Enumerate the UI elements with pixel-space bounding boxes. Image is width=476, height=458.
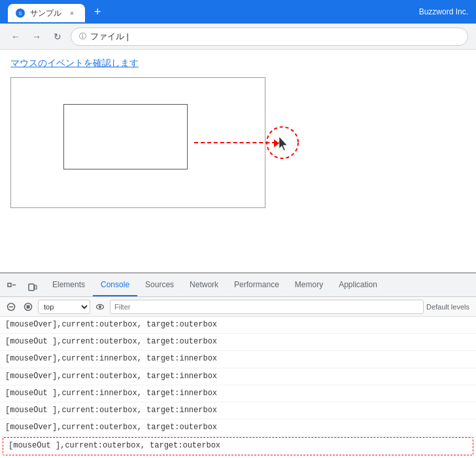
console-prompt[interactable]: >: [0, 456, 476, 459]
tab-memory[interactable]: Memory: [287, 274, 331, 296]
url-bar[interactable]: ⓘ ファイル |: [71, 27, 468, 46]
forward-button[interactable]: →: [29, 29, 44, 44]
devtools-tab-bar: Elements Console Sources Network Perform…: [0, 273, 476, 297]
log-entry: [mouseOut ],current:outerbox, target:inn…: [0, 402, 476, 419]
device-toggle-icon[interactable]: [24, 278, 42, 296]
eye-icon[interactable]: [93, 300, 107, 314]
log-entry: [mouseOver],current:innerbox, target:inn…: [0, 351, 476, 368]
tab-label: サンプル: [30, 8, 61, 19]
back-button[interactable]: ←: [8, 29, 24, 44]
address-bar: ← → ↻ ⓘ ファイル |: [0, 24, 476, 50]
log-entry: [mouseOut ],current:outerbox, target:out…: [0, 334, 476, 351]
browser-frame: S サンプル × + Buzzword Inc. ← → ↻ ⓘ ファイル | …: [0, 0, 476, 458]
tab-console[interactable]: Console: [93, 274, 137, 296]
log-entry: [mouseOver],current:outerbox, target:out…: [0, 317, 476, 334]
log-entry: [mouseOut ],current:innerbox, target:inn…: [0, 385, 476, 402]
demo-inner-box[interactable]: [63, 104, 188, 169]
tab-elements[interactable]: Elements: [44, 274, 93, 296]
browser-title-right: Buzzword Inc.: [419, 7, 468, 16]
title-bar: S サンプル × + Buzzword Inc.: [0, 0, 476, 24]
demo-outer-box[interactable]: [10, 77, 265, 208]
url-text: ファイル |: [90, 31, 129, 43]
tab-application[interactable]: Application: [331, 274, 385, 296]
tab-favicon: S: [16, 9, 25, 18]
svg-marker-1: [279, 137, 287, 150]
clear-console-icon[interactable]: [4, 300, 18, 314]
tab-strip: S サンプル × +: [8, 1, 105, 22]
svg-rect-5: [35, 285, 37, 289]
console-log: [mouseOver],current:outerbox, target:out…: [0, 317, 476, 458]
tab-close-icon[interactable]: ×: [67, 8, 77, 18]
context-selector[interactable]: top: [38, 300, 90, 314]
inspect-element-icon[interactable]: [3, 278, 21, 296]
svg-rect-2: [8, 283, 11, 287]
page-title: マウスのイベントを確認します: [10, 58, 466, 69]
log-entry: [mouseOver],current:outerbox, target:out…: [0, 419, 476, 436]
tab-performance[interactable]: Performance: [226, 274, 287, 296]
log-entry-highlighted: [mouseOut ],current:outerbox, target:out…: [3, 437, 473, 455]
devtools-panel: Elements Console Sources Network Perform…: [0, 272, 476, 458]
new-tab-button[interactable]: +: [90, 5, 105, 19]
active-tab[interactable]: S サンプル ×: [8, 4, 85, 22]
browser-content: マウスのイベントを確認します: [0, 50, 476, 458]
svg-point-11: [99, 306, 101, 308]
lock-icon: ⓘ: [79, 31, 86, 41]
page-content: マウスのイベントを確認します: [0, 50, 476, 272]
stop-icon[interactable]: [21, 300, 35, 314]
log-entry: [mouseOver],current:outerbox, target:inn…: [0, 368, 476, 385]
reload-button[interactable]: ↻: [50, 29, 65, 44]
console-toolbar: top Default levels: [0, 297, 476, 317]
svg-rect-9: [27, 305, 30, 308]
tab-sources[interactable]: Sources: [137, 274, 182, 296]
cursor-circle: [265, 125, 300, 160]
svg-rect-4: [29, 284, 34, 291]
tab-network[interactable]: Network: [182, 274, 226, 296]
default-levels-label: Default levels: [426, 303, 472, 311]
filter-input[interactable]: [110, 300, 424, 314]
